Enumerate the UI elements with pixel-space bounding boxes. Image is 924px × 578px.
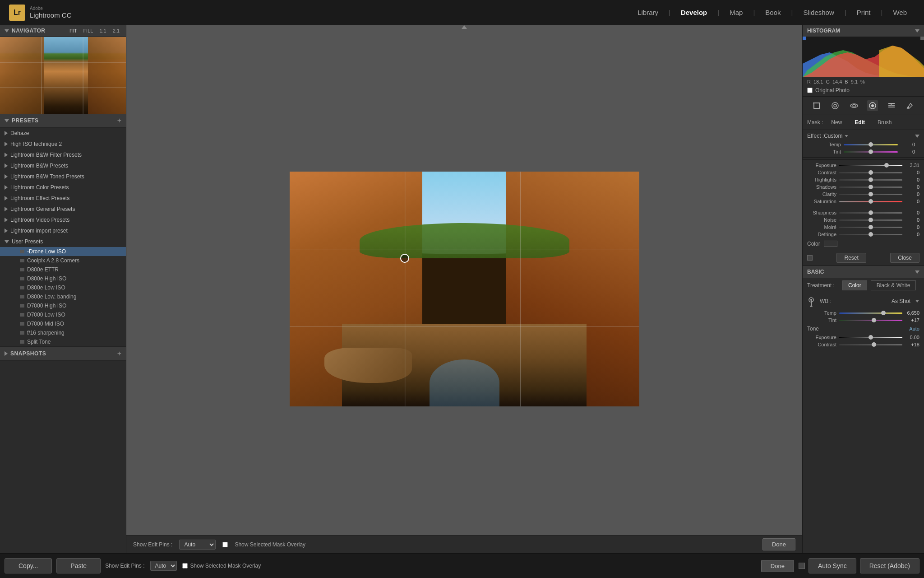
navigator-panel-header[interactable]: Navigator FIT FILL 1:1 2:1 (0, 25, 126, 37)
basic-temp-thumb[interactable] (881, 311, 886, 315)
mask-new-btn[interactable]: New (827, 118, 846, 127)
adjustment-pin[interactable] (400, 254, 409, 263)
copy-button[interactable]: Copy... (5, 558, 52, 573)
snapshots-panel-header[interactable]: Snapshots + (0, 346, 126, 361)
reset-adobe-button[interactable]: Reset (Adobe) (860, 558, 919, 573)
nav-book[interactable]: Book (757, 6, 789, 19)
nav-print[interactable]: Print (849, 6, 879, 19)
basic-tint-thumb[interactable] (872, 318, 876, 322)
preset-d7000-mid[interactable]: D7000 Mid ISO (0, 319, 126, 328)
sharpness-thumb[interactable] (869, 210, 873, 215)
preset-d800e-high[interactable]: D800e High ISO (0, 274, 126, 283)
clarity-thumb[interactable] (869, 192, 873, 196)
noise-thumb[interactable] (869, 218, 873, 222)
preset-d800e-ettr[interactable]: D800e ETTR (0, 265, 126, 274)
shadows-track[interactable] (839, 186, 902, 188)
sharpness-track[interactable] (839, 212, 902, 214)
exposure-track[interactable] (839, 165, 902, 166)
basic-contrast-thumb[interactable] (872, 342, 876, 347)
defringe-thumb[interactable] (869, 232, 873, 237)
contrast-thumb[interactable] (869, 170, 873, 175)
preset-f16[interactable]: f/16 sharpening (0, 328, 126, 337)
mask-brush-btn[interactable]: Brush (873, 118, 896, 127)
color-swatch[interactable] (824, 241, 837, 247)
preset-group-bw[interactable]: Lightroom B&W Presets (0, 160, 126, 171)
center-done-btn[interactable]: Done (761, 560, 794, 572)
presets-panel-header[interactable]: Presets + (0, 114, 126, 128)
basic-panel-header[interactable]: Basic (803, 266, 924, 278)
clarity-track[interactable] (839, 194, 902, 195)
view-fit[interactable]: FIT (68, 28, 79, 34)
center-edit-pins-select[interactable]: Auto (150, 561, 177, 571)
preset-group-effect[interactable]: Lightroom Effect Presets (0, 193, 126, 204)
tone-auto-btn[interactable]: Auto (909, 326, 919, 331)
presets-add-icon[interactable]: + (117, 117, 121, 125)
basic-exposure-thumb[interactable] (869, 335, 873, 340)
photo-canvas[interactable] (290, 172, 639, 406)
moire-track[interactable] (839, 227, 902, 228)
basic-temp-track[interactable] (839, 312, 902, 314)
moire-thumb[interactable] (869, 225, 873, 229)
exposure-thumb[interactable] (884, 163, 889, 168)
brush-tool[interactable] (905, 100, 915, 111)
autosync-button[interactable]: Auto Sync (808, 558, 856, 573)
highlights-track[interactable] (839, 179, 902, 181)
saturation-thumb[interactable] (869, 199, 873, 204)
noise-track[interactable] (839, 219, 902, 221)
nav-map[interactable]: Map (721, 6, 751, 19)
basic-contrast-track[interactable] (839, 344, 902, 345)
contrast-track[interactable] (839, 172, 902, 173)
tint-thumb[interactable] (869, 149, 873, 154)
show-mask-check[interactable] (182, 563, 188, 569)
adjustment-brush-tool[interactable] (886, 100, 897, 111)
nav-develop[interactable]: Develop (673, 6, 715, 19)
radial-tool[interactable] (867, 100, 878, 111)
original-photo-checkbox[interactable] (807, 88, 813, 93)
top-collapse-arrow[interactable] (460, 25, 469, 29)
nav-slideshow[interactable]: Slideshow (795, 6, 842, 19)
preset-d800e-low[interactable]: D800e Low ISO (0, 283, 126, 292)
preset-group-bwfilter[interactable]: Lightroom B&W Filter Presets (0, 149, 126, 160)
crop-tool[interactable] (811, 100, 822, 111)
preset-coolpix[interactable]: Coolpix A 2.8 Corners (0, 256, 126, 265)
preset-group-import[interactable]: Lightroom import preset (0, 225, 126, 236)
view-1-1[interactable]: 1:1 (97, 28, 108, 34)
preset-d7000-high[interactable]: D7000 High ISO (0, 301, 126, 310)
preset-group-dehaze[interactable]: Dehaze (0, 128, 126, 139)
paste-button[interactable]: Paste (56, 558, 101, 573)
basic-exposure-track[interactable] (839, 337, 902, 338)
bw-treatment-btn[interactable]: Black & White (871, 280, 916, 290)
saturation-track[interactable] (839, 201, 902, 202)
nav-library[interactable]: Library (629, 6, 666, 19)
preset-group-video[interactable]: Lightroom Video Presets (0, 214, 126, 225)
done-button[interactable]: Done (762, 538, 795, 550)
shadows-thumb[interactable] (869, 185, 873, 189)
effect-dropdown[interactable]: Custom (824, 133, 849, 139)
view-2-1[interactable]: 2:1 (111, 28, 121, 34)
redeye-tool[interactable] (849, 100, 859, 111)
rc-checkbox[interactable] (807, 255, 813, 261)
temp-track[interactable] (844, 144, 898, 145)
defringe-track[interactable] (839, 234, 902, 235)
color-treatment-btn[interactable]: Color (842, 280, 867, 290)
preset-split-tone[interactable]: Split Tone (0, 337, 126, 346)
eyedropper-tool[interactable] (807, 295, 815, 308)
snapshots-add-icon[interactable]: + (117, 350, 121, 358)
autosync-checkbox[interactable] (799, 563, 805, 569)
edit-pins-select[interactable]: Auto Always Never Selected (179, 540, 216, 550)
mask-edit-btn[interactable]: Edit (850, 118, 869, 127)
reset-button[interactable]: Reset (836, 253, 866, 263)
preset-drone-low-iso[interactable]: -Drone Low ISO (0, 247, 126, 256)
spot-heal-tool[interactable] (830, 100, 841, 111)
tint-track[interactable] (844, 151, 898, 153)
show-mask-checkbox[interactable] (222, 542, 228, 547)
preset-group-bwtoned[interactable]: Lightroom B&W Toned Presets (0, 171, 126, 182)
preset-group-highiso[interactable]: High ISO technique 2 (0, 139, 126, 149)
highlights-thumb[interactable] (869, 177, 873, 182)
preset-group-user[interactable]: User Presets (0, 236, 126, 247)
preset-d7000-low[interactable]: D7000 Low ISO (0, 310, 126, 319)
close-button[interactable]: Close (890, 253, 919, 263)
view-fill[interactable]: FILL (81, 28, 95, 34)
preset-group-color[interactable]: Lightroom Color Presets (0, 182, 126, 193)
nav-web[interactable]: Web (885, 6, 915, 19)
